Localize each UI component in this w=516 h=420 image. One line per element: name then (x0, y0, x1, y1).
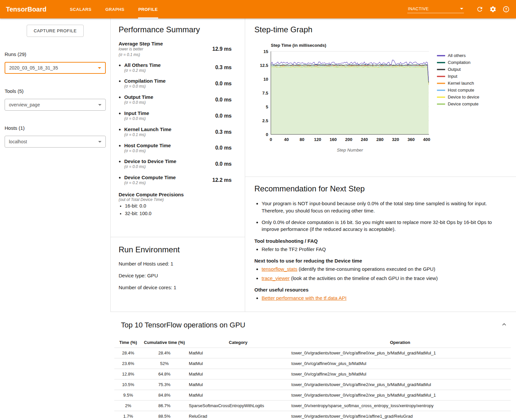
cell-operation: tower_0/v/gradients/tower_0/v/cg/affine1… (289, 411, 511, 420)
link-item-desc: (identify the time-consuming operations … (297, 266, 435, 272)
run-environment-title: Run Environment (119, 245, 237, 254)
other-resources-heading: Other useful resources (254, 287, 502, 293)
legend-swatch-icon (437, 97, 445, 98)
link-item: tensorflow_stats (identify the time-cons… (262, 266, 502, 272)
precision-item: 32-bit: 100.0 (125, 211, 237, 216)
metric-item: Kernel Launch Time(σ = 0.1 ms)0.3 ms (124, 126, 237, 138)
metric-sigma: (σ = 0.1 ms) (124, 132, 171, 138)
better-performance-with-the-tf-data-api-link[interactable]: Better performance with the tf.data API (262, 295, 347, 301)
status-dropdown-value: INACTIVE (408, 6, 429, 11)
metric-value: 0.3 ms (215, 129, 232, 135)
legend-label: Device to device (448, 95, 479, 99)
status-dropdown[interactable]: INACTIVE (407, 6, 464, 13)
hosts-select[interactable]: localhost (5, 136, 106, 148)
legend-item-compilation: Compilation (437, 59, 479, 66)
tools-select-value: overview_page (9, 102, 40, 107)
run-env-line: Device type: GPU (119, 273, 237, 278)
legend-label: Kernel launch (448, 81, 474, 86)
precisions-list: 16-bit: 0.032-bit: 100.0 (119, 203, 237, 216)
recommendation-item: Only 0.0% of device computation is 16 bi… (262, 219, 502, 233)
step-time-graph-section: Step-time Graph Step Time (in millisecon… (245, 18, 516, 177)
svg-text:320: 320 (392, 137, 399, 142)
metric-value: 12.9 ms (212, 46, 232, 52)
cell-time: 9.5% (114, 390, 142, 401)
cell-cumulative: 84.8% (142, 390, 187, 401)
metric-name: Host Compute Time (124, 143, 171, 148)
link-item: Better performance with the tf.data API (262, 294, 502, 301)
cell-time: 12.8% (114, 369, 142, 379)
legend-swatch-icon (437, 83, 445, 84)
metric-sigma: (σ = 0.0 ms) (124, 116, 149, 122)
link-item-desc: (look at the activities on the timeline … (290, 275, 438, 281)
metric-list: All Others Time(σ = 0.2 ms)0.3 msCompila… (119, 62, 237, 186)
legend-label: Device compute (448, 101, 478, 106)
series-area-device-compute (271, 67, 429, 134)
table-row: 23.6%52%MatMultower_0/v/cg/affine0/xw_pl… (114, 358, 511, 369)
svg-text:400: 400 (423, 137, 430, 142)
col-operation: Operation (289, 337, 511, 348)
legend-item-input: Input (437, 73, 479, 80)
svg-text:40: 40 (284, 137, 289, 142)
trace-viewer-link[interactable]: trace_viewer (262, 275, 290, 281)
link-item: trace_viewer (look at the activities on … (262, 275, 502, 282)
table-row: 28.4%28.4%MatMultower_0/v/gradients/towe… (114, 348, 511, 358)
metric-value: 0.0 ms (215, 81, 232, 87)
metric-sigma: (σ = 0.0 ms) (124, 100, 153, 105)
legend-label: Output (448, 67, 461, 72)
metric-item: Host Compute Time(σ = 0.0 ms)0.0 ms (124, 143, 237, 154)
refresh-icon[interactable] (476, 5, 484, 13)
tensorflow-stats-link[interactable]: tensorflow_stats (262, 266, 297, 272)
metric-item: Output Time(σ = 0.0 ms)0.0 ms (124, 94, 237, 105)
tools-select[interactable]: overview_page (5, 99, 106, 111)
next-tools-heading: Next tools to use for reducing the Devic… (254, 258, 502, 264)
col-time: Time (%) (114, 337, 142, 348)
precision-item: 16-bit: 0.0 (125, 203, 237, 209)
metric-value: 0.0 ms (215, 161, 232, 167)
chevron-down-icon (98, 67, 101, 69)
tab-graphs[interactable]: GRAPHS (99, 0, 131, 18)
metric-item: Input Time(σ = 0.0 ms)0.0 ms (124, 110, 237, 122)
tab-scalars[interactable]: SCALARS (63, 0, 99, 18)
capture-profile-button[interactable]: CAPTURE PROFILE (27, 25, 83, 37)
cell-cumulative: 86.7% (142, 401, 187, 411)
collapse-chevron-icon[interactable] (500, 321, 508, 329)
metric-sigma: (σ = 0.0 ms) (124, 148, 171, 154)
cell-operation: tower_0/v/gradients/tower_0/v/cg/affine2… (289, 390, 511, 401)
step-time-chart-wrap: Step Time (in milliseconds)02.557.51012.… (255, 42, 509, 157)
top-ops-section: Top 10 TensorFlow operations on GPU Time… (110, 312, 516, 420)
svg-text:7.5: 7.5 (262, 91, 268, 96)
legend-label: Compilation (448, 60, 471, 65)
tab-profile[interactable]: PROFILE (131, 0, 165, 18)
cell-cumulative: 52% (142, 358, 187, 369)
svg-text:5: 5 (266, 104, 268, 109)
metric-name: Device Compute Time (124, 175, 176, 180)
cell-category: MatMul (187, 348, 289, 358)
svg-text:?: ? (505, 8, 507, 11)
performance-summary-title: Performance Summary (119, 25, 237, 34)
top-ops-title: Top 10 TensorFlow operations on GPU (121, 321, 245, 329)
metric-item: Device to Device Time(σ = 0.0 ms)0.0 ms (124, 158, 237, 170)
cell-category: MatMul (187, 379, 289, 390)
precisions-title: Device Compute Precisions (119, 192, 237, 197)
app-title: TensorBoard (6, 6, 46, 13)
svg-text:0: 0 (266, 132, 268, 137)
cell-category: MatMul (187, 358, 289, 369)
metric-item: All Others Time(σ = 0.2 ms)0.3 ms (124, 62, 237, 73)
table-row: 12.8%64.8%MatMultower_0/v/cg/affine2/xw_… (114, 369, 511, 379)
legend-item-all-others: All others (437, 52, 479, 59)
metric-name: Input Time (124, 110, 149, 116)
metric-sigma: (σ = 0.2 ms) (124, 180, 176, 186)
runs-select[interactable]: 2020_03_05_18_31_35 (5, 62, 106, 74)
faq-heading: Tool troubleshooting / FAQ (254, 238, 502, 244)
svg-text:0: 0 (270, 137, 272, 142)
help-icon[interactable]: ? (502, 5, 510, 13)
metric-name: All Others Time (124, 62, 161, 68)
svg-text:280: 280 (376, 137, 384, 142)
nav-tabs: SCALARSGRAPHSPROFILE (63, 0, 165, 18)
tools-field: Tools (5) overview_page (0, 88, 110, 111)
settings-gear-icon[interactable] (489, 5, 497, 13)
cell-time: 23.6% (114, 358, 142, 369)
cell-cumulative: 75.3% (142, 379, 187, 390)
metric-sigma: (σ = 0.2 ms) (124, 68, 161, 73)
legend-swatch-icon (437, 55, 445, 56)
